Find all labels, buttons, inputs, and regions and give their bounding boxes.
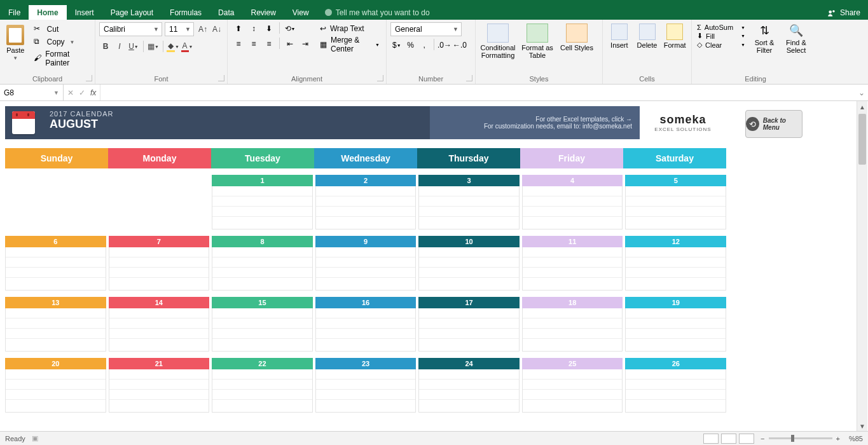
date-body[interactable] [418, 369, 520, 413]
calendar-cell[interactable]: 5 [625, 175, 726, 229]
calendar-cell[interactable]: 24 [418, 358, 520, 413]
date-body[interactable] [109, 308, 210, 352]
share-button[interactable]: Share [820, 5, 868, 20]
page-layout-view-button[interactable] [721, 434, 736, 444]
calendar-cell[interactable]: 7 [109, 236, 210, 291]
accounting-format-button[interactable]: $▼ [390, 39, 403, 51]
calendar-cell[interactable]: 14 [109, 297, 210, 352]
comma-format-button[interactable]: , [418, 39, 431, 51]
calendar-cell[interactable]: 26 [625, 358, 726, 413]
date-body[interactable] [212, 186, 313, 229]
align-middle-button[interactable]: ↕ [247, 22, 261, 35]
calendar-cell[interactable]: 19 [625, 297, 726, 352]
calendar-cell[interactable]: 21 [109, 358, 210, 413]
underline-button[interactable]: U▼ [127, 40, 140, 53]
vertical-scrollbar[interactable]: ▲ ▼ [857, 101, 867, 432]
font-size-combo[interactable]: 11▼ [165, 22, 194, 36]
number-format-combo[interactable]: General▼ [390, 22, 462, 36]
enter-formula-button[interactable]: ✓ [79, 88, 85, 97]
insert-cells-button[interactable]: Insert [607, 22, 632, 49]
bold-button[interactable]: B [99, 40, 112, 53]
clipboard-dialog-launcher[interactable] [86, 75, 92, 81]
date-body[interactable] [315, 186, 417, 229]
calendar-cell[interactable]: 10 [418, 236, 520, 291]
date-body[interactable] [109, 369, 210, 413]
increase-indent-button[interactable]: ⇥ [298, 38, 312, 50]
number-dialog-launcher[interactable] [466, 75, 472, 81]
find-select-button[interactable]: 🔍Find & Select [782, 22, 810, 54]
calendar-cell[interactable]: 4 [522, 175, 623, 229]
zoom-in-button[interactable]: + [836, 435, 840, 442]
align-left-button[interactable]: ≡ [231, 38, 245, 50]
calendar-cell[interactable]: 6 [5, 236, 106, 291]
percent-format-button[interactable]: % [404, 39, 417, 51]
calendar-cell[interactable]: 9 [315, 236, 417, 291]
formula-input[interactable] [100, 85, 855, 100]
calendar-cell[interactable]: 8 [212, 236, 313, 291]
align-bottom-button[interactable]: ⬇ [262, 22, 276, 35]
calendar-cell[interactable]: 17 [418, 297, 520, 352]
fill-button[interactable]: ⬇Fill▼ [696, 32, 747, 40]
decrease-decimal-button[interactable]: ←.0 [453, 39, 467, 51]
calendar-cell[interactable]: 23 [315, 358, 417, 413]
tab-insert[interactable]: Insert [67, 5, 102, 20]
tab-view[interactable]: View [284, 5, 317, 20]
date-body[interactable] [522, 186, 623, 229]
align-center-button[interactable]: ≡ [247, 38, 261, 50]
date-body[interactable] [418, 308, 520, 352]
delete-cells-button[interactable]: Delete [635, 22, 660, 49]
cell-styles-button[interactable]: Cell Styles [558, 22, 595, 59]
expand-formula-bar-button[interactable]: ⌄ [855, 85, 868, 100]
fx-button[interactable]: fx [90, 88, 96, 97]
font-name-combo[interactable]: Calibri▼ [99, 22, 162, 36]
format-as-table-button[interactable]: Format as Table [519, 22, 556, 59]
calendar-cell[interactable]: 22 [212, 358, 313, 413]
date-body[interactable] [315, 308, 417, 352]
decrease-indent-button[interactable]: ⇤ [283, 38, 297, 50]
tab-pagelayout[interactable]: Page Layout [102, 5, 162, 20]
font-color-button[interactable]: A▼ [181, 40, 193, 53]
zoom-out-button[interactable]: − [761, 435, 764, 442]
font-dialog-launcher[interactable] [218, 75, 224, 81]
calendar-cell[interactable]: 18 [522, 297, 623, 352]
wrap-text-button[interactable]: ↩Wrap Text [317, 24, 382, 34]
tab-file[interactable]: File [0, 5, 29, 20]
calendar-cell[interactable]: 1 [212, 175, 313, 229]
page-break-view-button[interactable] [739, 434, 754, 444]
decrease-font-button[interactable]: A↓ [210, 23, 223, 36]
back-to-menu-button[interactable]: ⟲ Back to Menu [745, 110, 803, 138]
clear-button[interactable]: ◇Clear▼ [696, 41, 747, 49]
scroll-down-button[interactable]: ▼ [857, 420, 867, 432]
calendar-cell[interactable]: 11 [522, 236, 623, 291]
scroll-up-button[interactable]: ▲ [857, 101, 867, 113]
date-body[interactable] [315, 247, 417, 291]
align-right-button[interactable]: ≡ [262, 38, 276, 50]
calendar-cell[interactable]: 16 [315, 297, 417, 352]
date-body[interactable] [315, 369, 417, 413]
italic-button[interactable]: I [113, 40, 126, 53]
copy-button[interactable]: ⧉Copy▼ [31, 36, 91, 48]
orientation-button[interactable]: ⟲▼ [283, 22, 297, 35]
increase-decimal-button[interactable]: .0→ [437, 39, 451, 51]
normal-view-button[interactable] [703, 434, 719, 444]
calendar-cell[interactable]: 20 [5, 358, 106, 413]
calendar-cell[interactable]: 3 [418, 175, 520, 229]
calendar-cell[interactable]: 15 [212, 297, 313, 352]
merge-center-button[interactable]: ▦Merge & Center▼ [317, 35, 382, 54]
autosum-button[interactable]: ΣAutoSum▼ [696, 24, 747, 31]
date-body[interactable] [212, 369, 313, 413]
date-body[interactable] [212, 308, 313, 352]
date-body[interactable] [5, 369, 106, 413]
date-body[interactable] [625, 247, 726, 291]
borders-button[interactable]: ▦▼ [147, 40, 160, 53]
date-body[interactable] [522, 308, 623, 352]
tab-data[interactable]: Data [210, 5, 242, 20]
calendar-cell[interactable]: 12 [625, 236, 726, 291]
zoom-level[interactable]: %85 [849, 435, 863, 442]
zoom-slider[interactable] [769, 437, 832, 439]
calendar-cell[interactable]: 2 [315, 175, 417, 229]
date-body[interactable] [522, 247, 623, 291]
format-painter-button[interactable]: 🖌Format Painter [31, 49, 91, 68]
calendar-cell[interactable]: 13 [5, 297, 106, 352]
tab-home[interactable]: Home [29, 5, 66, 20]
